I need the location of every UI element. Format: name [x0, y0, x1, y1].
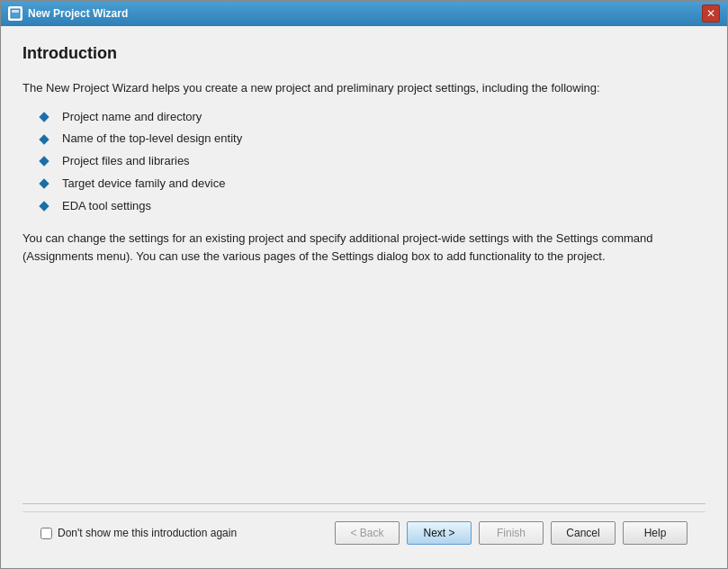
list-item: Project files and libraries — [22, 150, 706, 173]
separator — [22, 503, 706, 504]
svg-rect-1 — [12, 10, 19, 13]
dont-show-checkbox[interactable] — [40, 528, 52, 539]
list-item: EDA tool settings — [22, 195, 706, 218]
list-item: Target device family and device — [22, 173, 706, 195]
list-item: Project name and directory — [22, 106, 706, 129]
cancel-button[interactable]: Cancel — [551, 521, 616, 545]
next-button[interactable]: Next > — [407, 521, 472, 545]
help-button[interactable]: Help — [623, 521, 688, 545]
back-button[interactable]: < Back — [335, 521, 400, 545]
list-item: Name of the top-level design entity — [22, 128, 706, 150]
bullet-item-text: Project name and directory — [62, 108, 202, 127]
window-icon — [8, 6, 22, 21]
checkbox-area: Don't show me this introduction again — [40, 527, 237, 539]
bullet-list: Project name and directory Name of the t… — [22, 106, 706, 218]
bullet-item-text: Project files and libraries — [62, 152, 190, 171]
bullet-item-text: EDA tool settings — [62, 197, 151, 216]
bullet-item-text: Target device family and device — [62, 175, 225, 194]
wizard-window: New Project Wizard ✕ Introduction The Ne… — [0, 0, 728, 569]
window-title: New Project Wizard — [28, 7, 128, 20]
wizard-content: Introduction The New Project Wizard help… — [1, 26, 727, 568]
footer-paragraph: You can change the settings for an exist… — [22, 230, 706, 265]
bullet-icon — [39, 112, 49, 122]
bullet-icon — [39, 179, 49, 189]
bullet-icon — [39, 201, 49, 211]
title-bar: New Project Wizard ✕ — [1, 1, 727, 26]
bullet-icon — [39, 157, 49, 167]
bullet-icon — [39, 134, 49, 144]
intro-paragraph: The New Project Wizard helps you create … — [22, 79, 706, 97]
finish-button[interactable]: Finish — [479, 521, 544, 545]
button-row: < Back Next > Finish Cancel Help — [335, 521, 688, 545]
checkbox-label[interactable]: Don't show me this introduction again — [58, 527, 237, 539]
bullet-item-text: Name of the top-level design entity — [62, 130, 242, 149]
close-button[interactable]: ✕ — [702, 5, 720, 23]
page-title: Introduction — [22, 44, 706, 63]
bottom-bar: Don't show me this introduction again < … — [22, 511, 706, 554]
